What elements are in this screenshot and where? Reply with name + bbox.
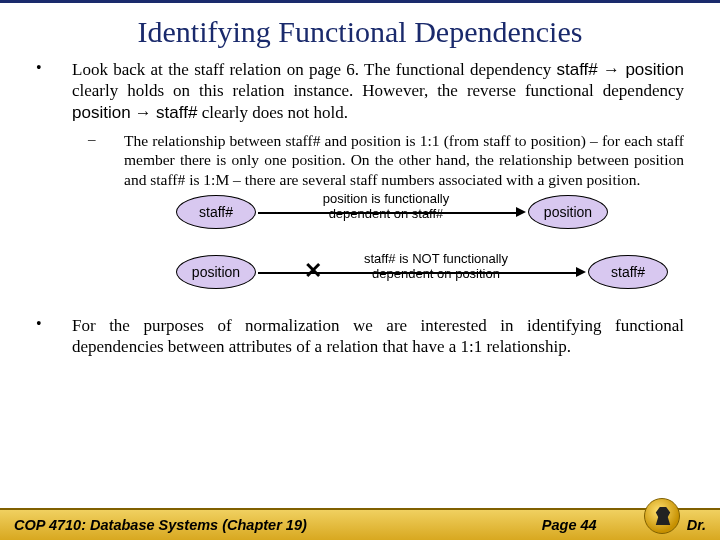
ellipse-position2: position: [176, 255, 256, 289]
arrow-head-icon: [576, 267, 586, 277]
bullet-1: • Look back at the staff relation on pag…: [36, 59, 684, 123]
cross-icon: ✕: [304, 258, 322, 284]
arrow-head-icon: [516, 207, 526, 217]
ellipse-position: position: [528, 195, 608, 229]
footer-page: Page 44: [542, 517, 597, 533]
bullet-marker: •: [36, 59, 72, 123]
diagram-fd-not-holds: position ✕ staff# is NOT functionallydep…: [136, 255, 684, 309]
bullet-2-text: For the purposes of normalization we are…: [72, 315, 684, 358]
bullet-marker: •: [36, 315, 72, 358]
ellipse-staffno2: staff#: [588, 255, 668, 289]
slide-title: Identifying Functional Dependencies: [36, 15, 684, 49]
ucf-logo-icon: [644, 498, 680, 534]
caption-1: position is functionallydependent on sta…: [301, 191, 471, 222]
sub-bullet-1-text: The relationship between staff# and posi…: [124, 131, 684, 189]
footer-author: Dr.: [687, 517, 706, 533]
slide-footer: COP 4710: Database Systems (Chapter 19) …: [0, 508, 720, 540]
bullet-1-text: Look back at the staff relation on page …: [72, 59, 684, 123]
caption-2: staff# is NOT functionallydependent on p…: [351, 251, 521, 282]
footer-course: COP 4710: Database Systems (Chapter 19): [14, 517, 542, 533]
sub-marker: –: [88, 131, 124, 189]
ellipse-staffno: staff#: [176, 195, 256, 229]
sub-bullet-1: – The relationship between staff# and po…: [88, 131, 684, 189]
bullet-2: • For the purposes of normalization we a…: [36, 315, 684, 358]
diagram-fd-holds: staff# position is functionallydependent…: [136, 195, 684, 249]
